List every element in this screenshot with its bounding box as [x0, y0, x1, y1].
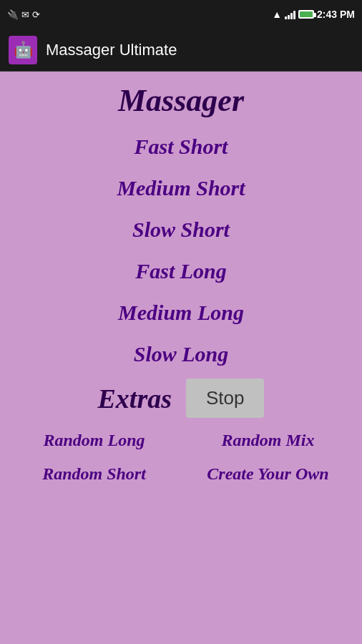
title-bar: 🤖 Massager Ultimate: [0, 29, 362, 72]
fast-short-button[interactable]: Fast Short: [0, 126, 362, 167]
usb-icon: 🔌: [7, 9, 19, 20]
massager-title: Massager: [118, 82, 244, 119]
random-short-button[interactable]: Random Short: [7, 457, 181, 491]
slow-long-button[interactable]: Slow Long: [0, 333, 362, 375]
status-left-icons: 🔌 ✉ ⟳: [7, 9, 40, 20]
extras-row: Extras Stop: [0, 379, 362, 418]
mail-icon: ✉: [21, 9, 29, 20]
main-content: Massager Fast Short Medium Short Slow Sh…: [0, 72, 362, 644]
app-icon: 🤖: [9, 36, 37, 64]
wifi-icon: ▲: [272, 9, 282, 20]
medium-short-button[interactable]: Medium Short: [0, 167, 362, 209]
extras-label: Extras: [98, 383, 172, 414]
random-mix-button[interactable]: Random Mix: [181, 424, 355, 457]
random-long-button[interactable]: Random Long: [7, 424, 181, 457]
status-right-icons: ▲ 2:43 PM: [272, 9, 355, 20]
signal-bars: [285, 9, 295, 19]
create-your-own-button[interactable]: Create Your Own: [181, 457, 355, 491]
bottom-grid: Random Long Random Mix Random Short Crea…: [0, 424, 362, 491]
fast-long-button[interactable]: Fast Long: [0, 250, 362, 292]
time-display: 2:43 PM: [317, 9, 355, 20]
sync-icon: ⟳: [32, 9, 40, 20]
stop-button[interactable]: Stop: [186, 379, 265, 418]
battery-icon: [298, 10, 314, 19]
medium-long-button[interactable]: Medium Long: [0, 292, 362, 333]
slow-short-button[interactable]: Slow Short: [0, 209, 362, 250]
app-icon-symbol: 🤖: [14, 41, 33, 59]
app-title: Massager Ultimate: [46, 41, 177, 59]
status-bar: 🔌 ✉ ⟳ ▲ 2:43 PM: [0, 0, 362, 29]
